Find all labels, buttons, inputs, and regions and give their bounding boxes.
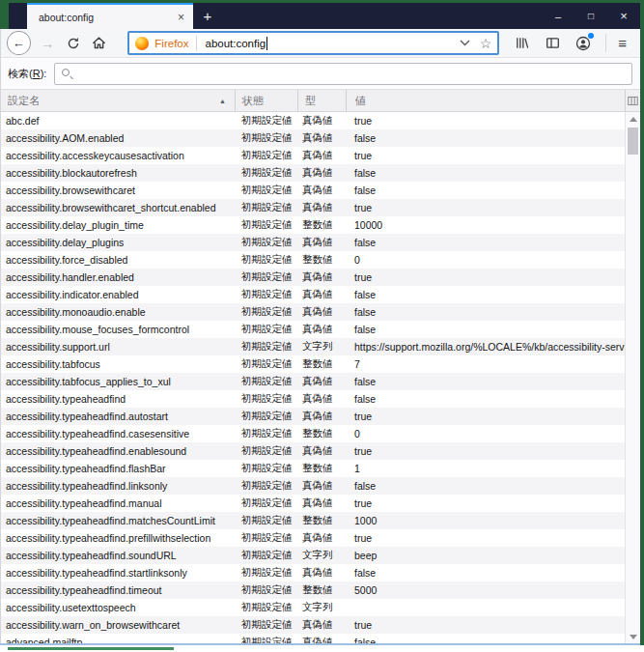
pref-row[interactable]: accessibility.handler.enabled 初期設定値 真偽値 … (0, 269, 625, 286)
pref-status: 初期設定値 (235, 531, 297, 545)
urlbar-divider (196, 36, 197, 51)
pref-row[interactable]: accessibility.delay_plugin_time 初期設定値 整数… (0, 216, 625, 234)
pref-row[interactable]: accessibility.AOM.enabled 初期設定値 真偽値 fals… (0, 129, 625, 147)
column-header-name[interactable]: 設定名 ▲ (0, 90, 235, 111)
column-header-type[interactable]: 型 (297, 90, 346, 111)
menu-button[interactable]: ≡ (618, 35, 627, 51)
pref-value: beep (346, 550, 625, 561)
pref-row[interactable]: accessibility.indicator.enabled 初期設定値 真偽… (0, 286, 625, 303)
library-button[interactable] (513, 35, 530, 52)
pref-row[interactable]: accessibility.typeaheadfind.autostart 初期… (0, 408, 625, 425)
pref-row[interactable]: accessibility.accesskeycausesactivation … (0, 147, 625, 164)
pref-row[interactable]: accessibility.typeaheadfind.manual 初期設定値… (0, 495, 625, 512)
pref-row[interactable]: accessibility.typeaheadfind.flashBar 初期設… (0, 460, 625, 477)
pref-type: 真偽値 (297, 566, 346, 580)
close-button[interactable]: × (607, 3, 640, 29)
pref-status: 初期設定値 (235, 270, 297, 284)
pref-row[interactable]: accessibility.typeaheadfind.linksonly 初期… (0, 477, 625, 495)
pref-type: 真偽値 (297, 288, 346, 301)
minimize-button[interactable]: – (542, 3, 574, 29)
pref-value: true (346, 445, 625, 457)
pref-row[interactable]: accessibility.blockautorefresh 初期設定値 真偽値… (0, 164, 625, 182)
tab-about-config[interactable]: about:config × (27, 3, 193, 29)
pref-row[interactable]: accessibility.tabfocus_applies_to_xul 初期… (0, 373, 625, 390)
pref-name: accessibility.browsewithcaret_shortcut.e… (0, 202, 235, 213)
pref-status: 初期設定値 (235, 114, 297, 128)
pref-name: accessibility.accesskeycausesactivation (0, 150, 235, 161)
identity-label: Firefox (154, 38, 188, 49)
pref-row[interactable]: accessibility.typeaheadfind.casesensitiv… (0, 425, 625, 442)
pref-row[interactable]: accessibility.support.url 初期設定値 文字列 http… (0, 338, 625, 355)
pref-name: accessibility.typeaheadfind.casesensitiv… (0, 428, 235, 439)
column-header-status[interactable]: 状態 (235, 90, 297, 111)
bookmark-star-icon[interactable]: ☆ (480, 36, 492, 51)
column-picker-button[interactable] (625, 90, 640, 111)
pref-value: false (346, 376, 625, 387)
desktop-edge-corner (0, 0, 9, 29)
pref-row[interactable]: accessibility.usetexttospeech 初期設定値 文字列 (0, 599, 625, 616)
pref-row[interactable]: abc.def 初期設定値 真偽値 true (0, 112, 625, 129)
pref-row[interactable]: accessibility.typeaheadfind.prefillwiths… (0, 529, 625, 547)
pref-name: accessibility.indicator.enabled (0, 289, 235, 300)
column-header-value[interactable]: 値 (346, 90, 625, 111)
pref-value: true (346, 271, 625, 283)
pref-type: 真偽値 (297, 618, 346, 632)
pref-status: 初期設定値 (235, 149, 297, 162)
maximize-button[interactable]: □ (574, 3, 607, 29)
search-input[interactable] (54, 63, 632, 85)
pref-status: 初期設定値 (235, 392, 297, 406)
pref-type: 真偽値 (297, 323, 346, 336)
pref-value: false (346, 480, 625, 492)
vertical-scrollbar[interactable] (625, 112, 640, 645)
column-picker-icon (628, 96, 638, 106)
new-tab-button[interactable]: + (193, 3, 222, 29)
pref-name: accessibility.typeaheadfind.linksonly (0, 480, 235, 492)
sidebar-button[interactable] (544, 35, 561, 52)
pref-row[interactable]: accessibility.typeaheadfind.timeout 初期設定… (0, 581, 625, 599)
scroll-down-icon (630, 635, 637, 639)
prefs-table-header: 設定名 ▲ 状態 型 値 (0, 89, 640, 112)
navigation-toolbar: ← → Firefox about:config ☆ (0, 29, 640, 58)
pref-value: true (346, 411, 625, 422)
pref-type: 文字列 (297, 601, 346, 614)
pref-value: true (346, 497, 625, 509)
pref-value: false (346, 324, 625, 335)
pref-type: 整数値 (297, 357, 346, 371)
pref-row[interactable]: accessibility.browsewithcaret_shortcut.e… (0, 199, 625, 216)
window-bottom-border (0, 643, 640, 645)
pref-row[interactable]: accessibility.monoaudio.enable 初期設定値 真偽値… (0, 303, 625, 321)
account-button[interactable] (574, 35, 592, 52)
pref-row[interactable]: accessibility.tabfocus 初期設定値 整数値 7 (0, 355, 625, 373)
pref-type: 整数値 (297, 583, 346, 597)
library-icon (515, 36, 529, 50)
pref-row[interactable]: accessibility.typeaheadfind.startlinkson… (0, 564, 625, 581)
pref-status: 初期設定値 (235, 201, 297, 214)
scrollbar-thumb[interactable] (628, 128, 638, 155)
home-button[interactable] (91, 35, 108, 52)
pref-status: 初期設定値 (235, 253, 297, 267)
pref-status: 初期設定値 (235, 496, 297, 510)
pref-row[interactable]: accessibility.browsewithcaret 初期設定値 真偽値 … (0, 182, 625, 199)
scroll-up-button[interactable] (626, 112, 641, 126)
url-bar[interactable]: Firefox about:config ☆ (127, 31, 499, 55)
pref-name: abc.def (0, 115, 235, 127)
pref-status: 初期設定値 (235, 236, 297, 249)
pref-row[interactable]: accessibility.mouse_focuses_formcontrol … (0, 321, 625, 338)
tab-close-icon[interactable]: × (169, 11, 193, 24)
pref-name: accessibility.force_disabled (0, 254, 235, 266)
pref-name: accessibility.typeaheadfind.matchesCount… (0, 515, 235, 526)
url-text[interactable]: about:config (205, 38, 266, 49)
pref-row[interactable]: accessibility.delay_plugins 初期設定値 真偽値 fa… (0, 234, 625, 251)
forward-button[interactable]: → (40, 35, 57, 52)
pref-row[interactable]: accessibility.typeaheadfind.enablesound … (0, 442, 625, 460)
pref-value: false (346, 393, 625, 405)
pref-row[interactable]: accessibility.warn_on_browsewithcaret 初期… (0, 616, 625, 634)
pref-row[interactable]: accessibility.typeaheadfind.soundURL 初期設… (0, 547, 625, 564)
pref-row[interactable]: accessibility.force_disabled 初期設定値 整数値 0 (0, 251, 625, 269)
back-button[interactable]: ← (7, 31, 31, 55)
reload-button[interactable] (65, 35, 82, 52)
pref-row[interactable]: accessibility.typeaheadfind.matchesCount… (0, 512, 625, 529)
scroll-down-button[interactable] (626, 630, 641, 643)
pref-row[interactable]: accessibility.typeaheadfind 初期設定値 真偽値 fa… (0, 390, 625, 408)
urlbar-dropdown-button[interactable] (460, 40, 470, 46)
